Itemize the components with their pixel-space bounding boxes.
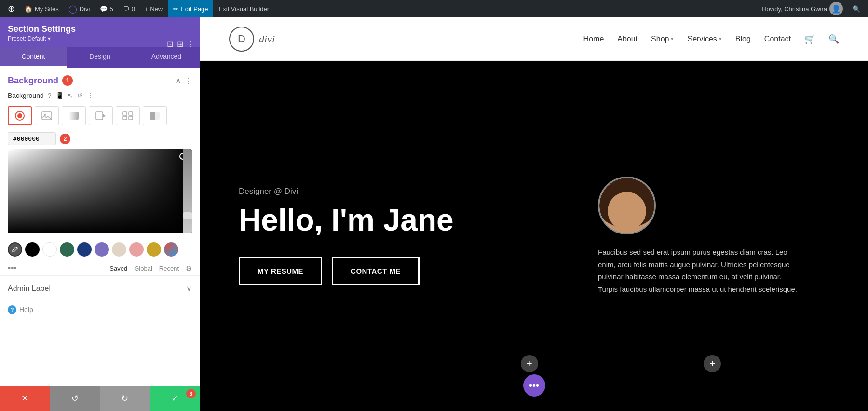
bg-type-mask[interactable] [143,106,167,125]
eyedropper-swatch[interactable] [8,242,22,257]
panel-resize-icon[interactable]: ⊡ [167,40,173,49]
svg-rect-4 [69,112,79,120]
svg-line-12 [17,248,18,248]
site-logo[interactable]: D divi [229,27,275,52]
panel-body: Background 1 ∧ ⋮ Background ? 📱 ↖ ↺ ⋮ [0,68,200,386]
search-admin-icon[interactable]: 🔍 [849,5,864,13]
panel-preset[interactable]: Preset: Default ▾ [8,35,192,42]
swatch-beige[interactable] [112,242,126,257]
swatch-black[interactable] [25,242,40,257]
background-badge: 1 [62,75,73,86]
site-nav-links: Home About Shop ▾ Services ▾ Blog Contac [583,34,839,44]
help-row: ? Help [0,301,200,319]
color-hex-row: 2 [8,132,192,145]
background-label: Background [8,92,44,99]
cart-icon[interactable]: 🛒 [804,34,815,44]
cancel-button[interactable]: ✕ [0,386,50,411]
search-icon[interactable]: 🔍 [828,34,839,44]
hue-slider-handle[interactable] [183,212,192,219]
redo-button[interactable]: ↻ [100,386,150,411]
saved-gear-icon[interactable]: ⚙ [186,264,192,273]
admin-label-section: Admin Label ∨ [0,275,200,301]
svg-rect-8 [129,112,133,115]
nav-services[interactable]: Services ▾ [687,35,721,43]
background-cursor-icon[interactable]: ↖ [68,92,73,99]
floating-action-button[interactable]: ••• [523,374,545,397]
background-more-icon[interactable]: ⋮ [87,92,94,99]
svg-rect-9 [123,116,127,120]
tab-global[interactable]: Global [134,265,152,272]
add-section-button-1[interactable]: + [521,355,538,372]
swatch-green[interactable] [60,242,74,257]
background-device-icon[interactable]: 📱 [55,92,64,99]
help-icon[interactable]: ? [8,305,16,314]
save-badge: 3 [186,389,196,398]
nav-blog[interactable]: Blog [735,35,751,43]
tab-design[interactable]: Design [67,47,133,68]
hero-section: Designer @ Divi Hello, I'm Jane MY RESUM… [200,61,868,411]
swatch-purple[interactable] [95,242,109,257]
hero-right: Faucibus sed sed erat ipsum purus egesta… [598,177,829,295]
more-options-icon[interactable]: ⋮ [184,76,192,85]
saved-tabs-row: ••• Saved Global Recent ⚙ [0,261,200,275]
undo-button[interactable]: ↺ [50,386,100,411]
admin-label-header: Admin Label ∨ [8,284,192,293]
help-label: Help [19,306,33,314]
panel-layout-icon[interactable]: ⊞ [177,40,183,49]
nav-shop[interactable]: Shop ▾ [651,35,674,43]
color-picker-gradient [8,149,192,233]
color-hex-input[interactable] [8,132,56,145]
tab-saved[interactable]: Saved [109,265,127,272]
panel-title: Section Settings [8,24,192,34]
save-button[interactable]: ✓ 3 [150,386,200,411]
swatch-white[interactable] [42,242,57,257]
color-picker-area: 2 [8,132,192,233]
swatch-pink[interactable] [129,242,144,257]
hero-title: Hello, I'm Jane [239,203,598,237]
hue-slider-bar[interactable] [183,149,192,233]
nav-home[interactable]: Home [583,35,604,43]
hero-description: Faucibus sed sed erat ipsum purus egesta… [598,246,800,295]
new-button[interactable]: + New [141,0,166,17]
saved-dots[interactable]: ••• [8,263,17,274]
panel-bottom-bar: ✕ ↺ ↻ ✓ 3 [0,386,200,411]
bg-type-pattern[interactable] [116,106,140,125]
admin-label-chevron[interactable]: ∨ [186,284,192,293]
swatch-navy[interactable] [77,242,92,257]
bg-type-color[interactable] [8,106,32,125]
edit-page-button[interactable]: ✏ Edit Page [168,0,213,17]
background-undo-icon[interactable]: ↺ [77,92,83,99]
color-badge-2: 2 [60,134,70,144]
background-type-icons [0,103,200,128]
color-gradient-box[interactable] [8,149,192,233]
svg-point-1 [17,113,22,118]
swatch-gold[interactable] [147,242,161,257]
exit-visual-builder-button[interactable]: Exit Visual Builder [215,0,273,17]
collapse-icon[interactable]: ∧ [176,76,181,85]
contact-me-button[interactable]: CONTACT ME [332,257,420,285]
panel-more-icon[interactable]: ⋮ [187,40,195,49]
comments-0[interactable]: 🗨 0 [119,0,139,17]
bg-type-video[interactable] [89,106,113,125]
background-help-icon[interactable]: ? [48,92,52,99]
wp-admin-bar: ⊕ 🏠 My Sites ◯ Divi 💬 5 🗨 0 + New ✏ Edit… [0,0,868,17]
my-sites-menu[interactable]: 🏠 My Sites [21,0,63,17]
hero-subtitle: Designer @ Divi [239,187,598,196]
swatch-gradient[interactable] [164,242,178,257]
my-resume-button[interactable]: MY RESUME [239,257,322,285]
divi-menu[interactable]: ◯ Divi [65,0,94,17]
nav-contact[interactable]: Contact [764,35,791,43]
tab-recent[interactable]: Recent [159,265,179,272]
add-section-button-2[interactable]: + [704,355,721,372]
howdy-user[interactable]: Howdy, Christina Gwira 👤 [758,2,847,15]
site-nav: D divi Home About Shop ▾ Services ▾ [200,17,868,61]
nav-about[interactable]: About [617,35,637,43]
tab-content[interactable]: Content [0,47,67,68]
comments-5[interactable]: 💬 5 [96,0,117,17]
shop-chevron-icon: ▾ [671,36,674,42]
bg-type-image[interactable] [35,106,59,125]
bg-type-gradient[interactable] [62,106,86,125]
site-logo-circle: D [229,27,254,52]
wp-icon[interactable]: ⊕ [4,0,19,17]
tab-advanced[interactable]: Advanced [133,47,200,68]
